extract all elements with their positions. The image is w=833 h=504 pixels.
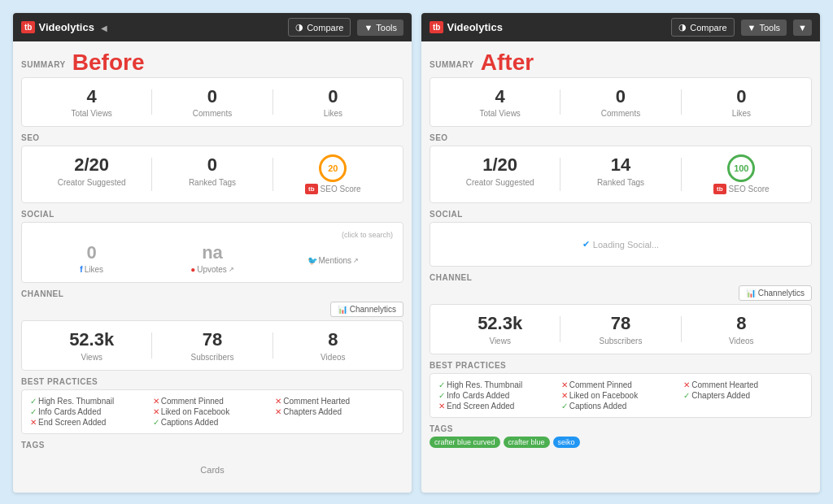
- before-bp-5: ✕Liked on Facebook: [153, 407, 273, 416]
- after-check-1: ✓: [438, 380, 445, 389]
- before-header-row: SUMMARY Before: [21, 50, 403, 76]
- after-compare-label: Compare: [690, 23, 726, 33]
- after-ranked-value: 14: [560, 154, 680, 176]
- before-bp-card: ✓High Res. Thumbnail ✕Comment Pinned ✕Co…: [21, 389, 403, 434]
- after-social-label: SOCIAL: [430, 210, 812, 219]
- after-bp-grid: ✓High Res. Thumbnail ✕Comment Pinned ✕Co…: [438, 380, 803, 411]
- before-comments-label: Comments: [152, 109, 272, 118]
- before-views-value: 4: [32, 86, 151, 107]
- before-compare-button[interactable]: ◑ Compare: [288, 18, 351, 37]
- after-bp-2: ✕Comment Pinned: [561, 380, 681, 389]
- after-comments-label: Comments: [560, 109, 680, 118]
- before-total-views: 4 Total Views: [32, 86, 151, 118]
- after-channel-views-label: Views: [440, 337, 560, 345]
- after-compare-icon: ◑: [678, 22, 687, 33]
- after-total-views: 4 Total Views: [440, 86, 560, 118]
- before-logo: tb Videolytics: [21, 21, 94, 33]
- before-score-value: 20: [328, 163, 338, 173]
- before-click-search: (click to search): [32, 231, 393, 239]
- after-ranked-tags: 14 Ranked Tags: [560, 154, 680, 194]
- after-comments: 0 Comments: [560, 86, 680, 118]
- after-views-label: Total Views: [440, 109, 560, 118]
- before-seo-score: 20 tb SEO Score: [273, 154, 393, 194]
- after-bp-7: ✕End Screen Added: [438, 402, 558, 411]
- after-comments-value: 0: [560, 86, 680, 107]
- before-seo-card: 2/20 Creator Suggested 0 Ranked Tags 20: [21, 146, 403, 203]
- before-tools-label: Tools: [376, 23, 397, 33]
- after-logo: tb Videolytics: [430, 21, 503, 33]
- before-score-logo: tb: [305, 184, 318, 194]
- after-channel-videos-label: Videos: [682, 337, 801, 345]
- after-channelytics-row: 📊 Channelytics: [430, 285, 812, 301]
- after-channel-btn-row: 📊 Channelytics: [430, 285, 812, 301]
- before-upvotes: na ● Upvotes ↗: [152, 242, 272, 274]
- before-channel-label: CHANNEL: [21, 289, 403, 298]
- after-seo-stats: 1/20 Creator Suggested 14 Ranked Tags 10…: [440, 154, 801, 194]
- before-mentions: 🐦 Mentions ↗: [273, 251, 393, 265]
- before-bp-6: ✕Chapters Added: [275, 407, 395, 416]
- before-fb-value: 0: [32, 242, 151, 263]
- after-logo-icon: tb: [430, 21, 443, 33]
- after-cross-3: ✕: [683, 380, 690, 389]
- after-bp-5: ✕Liked on Facebook: [561, 391, 681, 400]
- before-seo-label: SEO: [21, 133, 403, 142]
- after-dropdown-button[interactable]: ▼: [793, 20, 812, 36]
- before-summary-stats: 4 Total Views 0 Comments 0 Likes: [32, 86, 393, 118]
- before-fb-likes: 0 f Likes: [32, 242, 151, 274]
- after-navbar: tb Videolytics ◑ Compare ▼ Tools ▼: [421, 13, 820, 41]
- after-social-card: ✔ Loading Social...: [430, 222, 812, 267]
- before-channel-views-label: Views: [32, 353, 151, 362]
- after-check-4: ✓: [438, 391, 445, 400]
- before-channel-videos: 8 Videos: [273, 329, 393, 361]
- before-comments: 0 Comments: [152, 86, 272, 118]
- after-cross-2: ✕: [561, 380, 568, 389]
- before-tools-button[interactable]: ▼ Tools: [357, 20, 403, 36]
- before-channel-card: 52.3k Views 78 Subscribers 8 Videos: [21, 320, 403, 370]
- dropdown-chevron-icon: ▼: [798, 23, 807, 33]
- main-container: tb Videolytics ◀ ◑ Compare ▼ Tools SUMMA…: [0, 0, 833, 504]
- before-social-label: SOCIAL: [21, 210, 403, 219]
- after-channel-stats: 52.3k Views 78 Subscribers 8 Videos: [440, 313, 801, 345]
- after-channelytics-button[interactable]: 📊 Channelytics: [739, 285, 812, 301]
- before-social-row: 0 f Likes na ● Upvotes ↗: [32, 242, 393, 274]
- compare-icon: ◑: [295, 22, 303, 33]
- before-bp-3: ✕Comment Hearted: [275, 397, 395, 406]
- tag-crafter-blue: crafter blue: [504, 437, 550, 448]
- before-logo-icon: tb: [21, 21, 35, 33]
- before-channelytics-label: Channelytics: [350, 305, 396, 314]
- check-icon-8: ✓: [153, 418, 159, 427]
- before-bp-1: ✓High Res. Thumbnail: [30, 397, 150, 406]
- before-summary-card: 4 Total Views 0 Comments 0 Likes: [21, 77, 403, 127]
- before-compare-label: Compare: [307, 23, 343, 33]
- after-channel-views-value: 52.3k: [440, 313, 560, 334]
- cross-icon-7: ✕: [30, 418, 37, 427]
- after-cross-5: ✕: [561, 391, 568, 400]
- before-summary-label: SUMMARY: [21, 60, 66, 69]
- before-ranked-value: 0: [152, 154, 272, 176]
- cross-icon-3: ✕: [275, 397, 281, 406]
- before-channel-views: 52.3k Views: [32, 329, 151, 361]
- after-summary-card: 4 Total Views 0 Comments 0 Likes: [430, 77, 812, 127]
- before-mentions-ext: ↗: [353, 257, 359, 264]
- after-likes-label: Likes: [682, 109, 801, 118]
- after-chart-icon: 📊: [746, 289, 756, 298]
- facebook-icon: f: [80, 265, 82, 274]
- before-channelytics-button[interactable]: 📊 Channelytics: [330, 302, 403, 317]
- after-creator-value: 1/20: [440, 154, 560, 176]
- after-channel-videos: 8 Videos: [682, 313, 801, 345]
- before-ranked-tags: 0 Ranked Tags: [152, 154, 272, 194]
- after-compare-button[interactable]: ◑ Compare: [671, 18, 734, 37]
- before-navbar: tb Videolytics ◀ ◑ Compare ▼ Tools: [13, 13, 412, 41]
- after-tools-button[interactable]: ▼ Tools: [741, 20, 787, 36]
- before-bp-label: BEST PRACTICES: [21, 377, 403, 386]
- before-social-card: (click to search) 0 f Likes na ●: [21, 222, 403, 283]
- before-channel-stats: 52.3k Views 78 Subscribers 8 Videos: [32, 329, 393, 361]
- after-creator-suggested: 1/20 Creator Suggested: [440, 154, 560, 194]
- before-creator-suggested: 2/20 Creator Suggested: [32, 154, 151, 194]
- before-fb-label: f Likes: [32, 265, 151, 274]
- before-creator-label: Creator Suggested: [32, 178, 151, 187]
- after-loading-text: Loading Social...: [593, 240, 659, 250]
- before-bp-8: ✓Captions Added: [153, 418, 273, 427]
- before-channel-subscribers: 78 Subscribers: [152, 329, 272, 361]
- before-channel-subs-value: 78: [152, 329, 272, 350]
